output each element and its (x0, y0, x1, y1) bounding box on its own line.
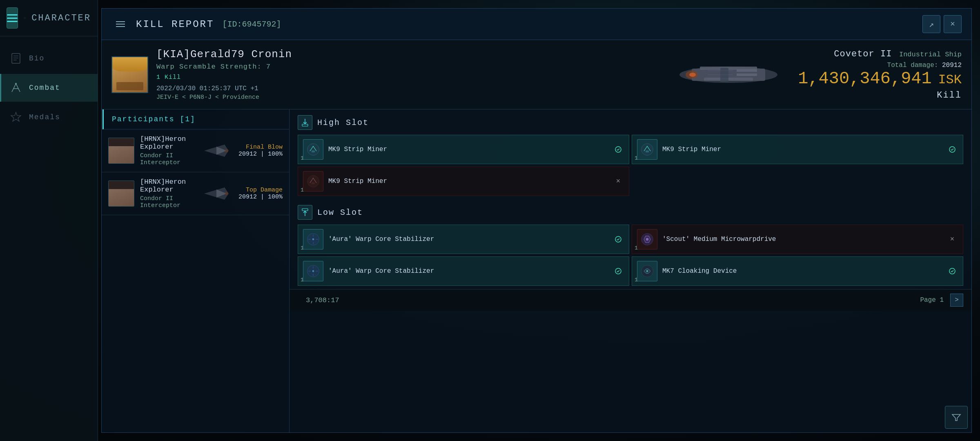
participants-title: Participants [1] (112, 115, 196, 123)
participant-1-avatar (108, 138, 134, 164)
svg-rect-30 (312, 182, 315, 184)
modal-external-button[interactable]: ↗ (922, 15, 940, 33)
svg-rect-14 (737, 69, 757, 72)
participant-2-item[interactable]: [HRNX]Heron Explorer Condor II Intercept… (102, 172, 289, 215)
module-status (947, 144, 958, 155)
report-content: [KIA]Gerald79 Cronin Warp Scramble Stren… (102, 40, 971, 432)
module-status (947, 265, 958, 277)
sidebar-menu-button[interactable] (7, 7, 18, 29)
low-slot-section: Low Slot (290, 199, 971, 289)
svg-marker-7 (11, 112, 21, 121)
module-qty: 1 (301, 187, 304, 193)
medals-label: Medals (29, 113, 60, 121)
ship-image (667, 56, 790, 93)
victim-section: [KIA]Gerald79 Cronin Warp Scramble Stren… (102, 40, 971, 109)
module-name: MK7 Cloaking Device (662, 267, 942, 276)
svg-point-20 (225, 149, 228, 152)
module-name: 'Scout' Medium Microwarpdrive (662, 235, 942, 244)
svg-point-34 (312, 238, 314, 241)
participant-1-info: [HRNX]Heron Explorer Condor II Intercept… (140, 135, 194, 166)
sidebar-item-medals[interactable]: Medals (0, 103, 98, 131)
isk-value: 1,430,346,941 (798, 69, 932, 89)
module-item-destroyed[interactable]: MK9 Strip Miner × 1 (298, 167, 629, 196)
combat-label: Combat (29, 84, 60, 92)
module-icon (637, 261, 657, 281)
module-qty: 1 (635, 245, 638, 251)
module-item[interactable]: MK9 Strip Miner 1 (632, 135, 963, 164)
modal-header: KILL REPORT [ID:6945792] ↗ × (102, 9, 971, 40)
module-icon (303, 261, 323, 281)
kill-stats: Covetor II Industrial Ship Total damage:… (798, 49, 962, 100)
low-slot-grid: 'Aura' Warp Core Stabilizer 1 (298, 225, 963, 286)
ship-type: Industrial Ship (899, 51, 962, 58)
participant-2-name: [HRNX]Heron Explorer (140, 178, 194, 194)
svg-rect-27 (646, 150, 649, 152)
module-status-destroyed: × (612, 176, 624, 187)
high-slot-title: High Slot (317, 118, 369, 127)
participant-2-avatar (108, 180, 134, 207)
svg-point-29 (307, 176, 319, 187)
svg-point-23 (307, 144, 319, 156)
module-qty: 1 (635, 277, 638, 283)
low-slot-icon (298, 205, 312, 220)
module-item[interactable]: 'Aura' Warp Core Stabilizer 1 (298, 225, 629, 254)
module-qty: 1 (635, 155, 638, 161)
modal-id: [ID:6945792] (222, 20, 281, 29)
top-damage-label: Top Damage (238, 187, 283, 194)
sidebar-item-bio[interactable]: Bio (0, 45, 98, 72)
ship-svg (667, 56, 790, 93)
page-title: CHARACTER (31, 13, 91, 23)
participant-2-ship: Condor II Interceptor (140, 195, 194, 209)
participants-panel: Participants [1] [HRNX]Heron Explorer Co… (102, 109, 290, 432)
module-item[interactable]: MK7 Cloaking Device 1 (632, 256, 963, 286)
victim-location: JEIV-E < P6N8-J < Providence (156, 94, 659, 101)
low-slot-header: Low Slot (298, 205, 963, 220)
sidebar-item-combat[interactable]: Combat (0, 74, 98, 102)
high-slot-grid: MK9 Strip Miner 1 (298, 135, 963, 196)
participant-item[interactable]: [HRNX]Heron Explorer Condor II Intercept… (102, 129, 289, 172)
isk-row: 1,430,346,941 ISK (798, 69, 962, 89)
module-name: 'Aura' Warp Core Stabilizer (328, 267, 608, 276)
module-item[interactable]: 'Aura' Warp Core Stabilizer 1 (298, 256, 629, 286)
svg-point-37 (646, 238, 648, 241)
result-label: Kill (798, 90, 962, 100)
participant-1-score: Final Blow 20912 | 100% (238, 144, 283, 158)
module-status-destroyed: × (947, 234, 958, 245)
page-info: Page 1 (920, 296, 944, 304)
svg-point-13 (689, 73, 696, 77)
participant-2-damage: 20912 | 100% (238, 194, 283, 200)
svg-rect-22 (302, 124, 308, 126)
bio-label: Bio (29, 54, 45, 62)
final-blow-label: Final Blow (238, 144, 283, 151)
participant-1-damage: 20912 | 100% (238, 151, 283, 158)
modal-close-button[interactable]: × (944, 15, 962, 33)
module-name: MK9 Strip Miner (662, 145, 942, 154)
sidebar-navigation: Bio Combat Medals (0, 36, 98, 139)
modal-menu-button[interactable] (111, 15, 129, 33)
participant-1-name: [HRNX]Heron Explorer (140, 135, 194, 151)
character-icon (24, 10, 26, 26)
modal-title: KILL REPORT (136, 19, 214, 30)
participant-1-ship: Condor II Interceptor (140, 152, 194, 166)
low-slot-title: Low Slot (317, 208, 363, 217)
victim-datetime: 2022/03/30 01:25:37 UTC +1 (156, 85, 659, 92)
ship-name: Covetor II (834, 49, 892, 59)
victim-kill-badge: 1 Kill (156, 74, 659, 81)
svg-point-40 (312, 270, 314, 272)
victim-warp-stat: Warp Scramble Strength: 7 (156, 63, 659, 71)
filter-icon (951, 412, 962, 423)
high-slot-icon (298, 115, 312, 130)
victim-name: [KIA]Gerald79 Cronin (156, 48, 659, 60)
filter-button[interactable] (945, 406, 968, 429)
module-name: MK9 Strip Miner (328, 177, 608, 186)
module-item-destroyed[interactable]: 'Scout' Medium Microwarpdrive × 1 (632, 225, 963, 254)
svg-rect-24 (312, 150, 315, 152)
page-next-button[interactable]: > (950, 294, 963, 307)
module-qty: 1 (301, 245, 304, 251)
bottom-score: 3,708:17 (306, 296, 339, 304)
module-icon (303, 139, 323, 160)
victim-info: [KIA]Gerald79 Cronin Warp Scramble Stren… (156, 48, 659, 101)
kill-report-modal: KILL REPORT [ID:6945792] ↗ × [KIA]Gerald… (101, 8, 972, 433)
module-item[interactable]: MK9 Strip Miner 1 (298, 135, 629, 164)
module-icon (637, 139, 657, 160)
